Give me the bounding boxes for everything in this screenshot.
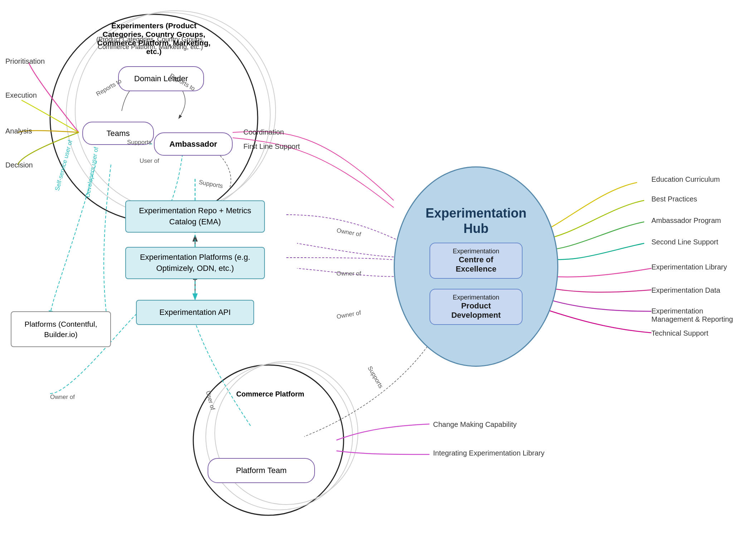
coordination-label: Coordination [243, 128, 284, 136]
ema-box: Experimentation Repo + Metrics Catalog (… [125, 200, 265, 233]
user-of-label: User of [140, 157, 159, 165]
decision-label: Decision [5, 161, 33, 169]
analysis-label: Analysis [5, 127, 32, 135]
experimentation-hub: Experimentation Hub Experimentation Cent… [394, 166, 558, 367]
ambassador-box: Ambassador [154, 132, 233, 156]
exp-platforms-box: Experimentation Platforms (e.g. Optimize… [125, 247, 265, 279]
diagram: Experimenters (Product Categories, Count… [0, 0, 733, 560]
ambassador-program-label: Ambassador Program [651, 216, 721, 225]
integrating-label: Integrating Experimentation Library [433, 449, 544, 457]
exp-library-label: Experimentation Library [651, 263, 727, 271]
best-practices-label: Best Practices [651, 195, 697, 203]
svg-point-5 [215, 361, 358, 505]
platform-team-box: Platform Team [208, 458, 315, 483]
tech-support-label: Technical Support [651, 329, 708, 337]
experimenters-sublabel: (Product Categories, Country Groups, Com… [82, 36, 218, 51]
supports-label-1: Supports [127, 139, 151, 146]
platforms-contentful-box: Platforms (Contentful, Builder.io) [11, 311, 111, 347]
change-making-label: Change Making Capability [433, 420, 516, 429]
exp-mgmt-label: Experimentation Management & Reporting [651, 307, 733, 323]
svg-point-4 [206, 363, 353, 510]
exp-api-box: Experimentation API [136, 300, 254, 325]
second-line-label: Second Line Support [651, 238, 718, 246]
prioritisation-label: Prioritisation [5, 57, 45, 65]
execution-label: Execution [5, 91, 37, 99]
education-label: Education Curriculum [651, 175, 720, 184]
owner-of-2: Owner of [336, 270, 361, 277]
first-line-label: First Line Support [243, 142, 300, 151]
pd-inner-box: Experimentation Product Development [429, 289, 523, 325]
commerce-platform-label: Commerce Platform [193, 390, 347, 398]
owner-of-bottom: Owner of [50, 394, 75, 401]
svg-point-3 [193, 365, 344, 515]
coe-inner-box: Experimentation Centre of Excellence [429, 243, 523, 279]
exp-data-label: Experimentation Data [651, 286, 720, 294]
